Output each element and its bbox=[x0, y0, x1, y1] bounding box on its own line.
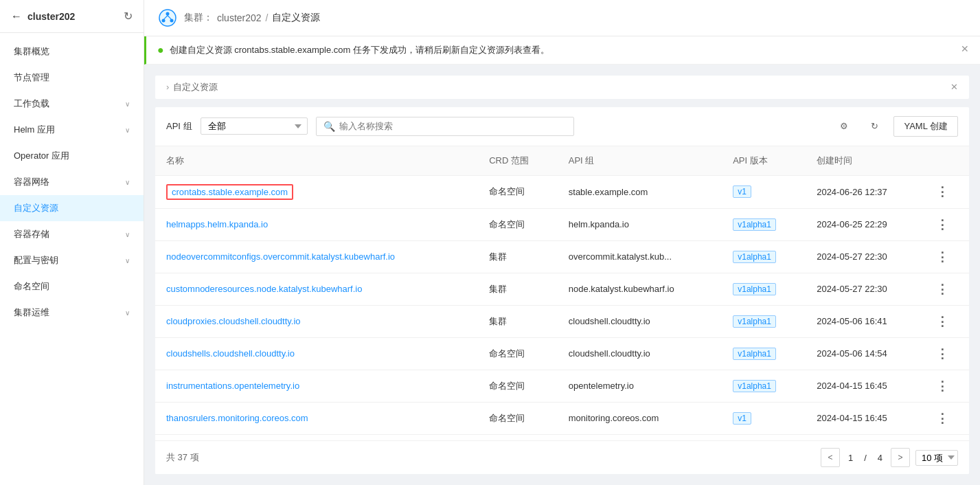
row-actions: ⋮ bbox=[925, 434, 969, 440]
row-api-version: v1alpha1 bbox=[722, 337, 806, 370]
resource-name-link[interactable]: instrumentations.opentelemetry.io bbox=[166, 381, 299, 391]
row-name-cell: customnoderesources.node.katalyst.kubewh… bbox=[155, 273, 478, 305]
close-breadcrumb-icon[interactable]: ✕ bbox=[950, 82, 958, 92]
table-row: thanosrulers.monitoring.coreos.com命名空间mo… bbox=[155, 402, 969, 434]
resource-name-link[interactable]: customnoderesources.node.katalyst.kubewh… bbox=[166, 284, 362, 294]
row-api-version: v1alpha1 bbox=[722, 240, 806, 273]
chevron-down-icon: ∨ bbox=[125, 179, 130, 186]
settings-icon-button[interactable]: ⚙ bbox=[833, 115, 855, 137]
breadcrumb-page-title: 自定义资源 bbox=[272, 12, 320, 24]
api-version-badge: v1 bbox=[733, 412, 751, 425]
page-separator: / bbox=[861, 453, 869, 463]
search-input[interactable] bbox=[339, 121, 567, 131]
row-crd-scope: 命名空间 bbox=[478, 402, 558, 434]
resource-name-link[interactable]: helmapps.helm.kpanda.io bbox=[166, 219, 268, 229]
row-crd-scope: 命名空间 bbox=[478, 434, 558, 440]
back-icon[interactable]: ← bbox=[11, 10, 22, 23]
sidebar-item-label: 集群运维 bbox=[14, 306, 49, 319]
api-group-label: API 组 bbox=[166, 120, 192, 133]
table-row: customnoderesources.node.katalyst.kubewh… bbox=[155, 273, 969, 305]
table-row: nodeovercommitconfigs.overcommit.katalys… bbox=[155, 240, 969, 273]
row-actions: ⋮ bbox=[925, 240, 969, 273]
row-created-at: 2024-04-15 16:45 bbox=[806, 434, 924, 440]
table-row: cloudproxies.cloudshell.cloudtty.io集群clo… bbox=[155, 305, 969, 337]
sidebar-item-label: 集群概览 bbox=[14, 45, 49, 58]
row-api-version: v1alpha1 bbox=[722, 273, 806, 305]
next-icon: > bbox=[898, 453, 902, 462]
sidebar-item-helm-app[interactable]: Helm 应用 ∨ bbox=[0, 117, 144, 143]
refresh-icon: ↻ bbox=[871, 121, 878, 131]
table-card: API 组 全部 stable.example.com helm.kpanda.… bbox=[155, 107, 969, 475]
api-group-select[interactable]: 全部 stable.example.com helm.kpanda.io bbox=[201, 117, 308, 135]
row-api-group: stable.example.com bbox=[558, 175, 722, 208]
row-more-button[interactable]: ⋮ bbox=[936, 250, 948, 264]
api-version-badge: v1alpha1 bbox=[733, 218, 776, 231]
row-more-button[interactable]: ⋮ bbox=[936, 379, 948, 393]
sidebar-refresh-icon[interactable]: ↻ bbox=[124, 10, 133, 23]
sidebar-item-label: Operator 应用 bbox=[14, 150, 69, 162]
chevron-down-icon: ∨ bbox=[125, 231, 130, 238]
table-container: 名称 CRD 范围 API 组 API 版本 创建时间 crontabs.sta… bbox=[155, 146, 969, 441]
sidebar-item-container-storage[interactable]: 容器存储 ∨ bbox=[0, 221, 144, 247]
row-name-cell: helmapps.helm.kpanda.io bbox=[155, 208, 478, 240]
highlighted-name[interactable]: crontabs.stable.example.com bbox=[166, 184, 293, 200]
breadcrumb-bar-label: 自定义资源 bbox=[173, 81, 218, 93]
row-actions: ⋮ bbox=[925, 305, 969, 337]
sidebar-item-label: Helm 应用 bbox=[14, 124, 55, 136]
sidebar-item-operator-app[interactable]: Operator 应用 bbox=[0, 143, 144, 169]
content-area: › 自定义资源 ✕ API 组 全部 stable.example.com he… bbox=[144, 65, 980, 486]
row-more-button[interactable]: ⋮ bbox=[936, 282, 948, 296]
yaml-create-button[interactable]: YAML 创建 bbox=[893, 116, 958, 137]
col-created-at: 创建时间 bbox=[806, 146, 924, 176]
page-size-select[interactable]: 10 项 20 项 50 项 bbox=[915, 450, 958, 466]
sidebar: ← cluster202 ↻ 集群概览 节点管理 工作负载 ∨ Helm 应用 … bbox=[0, 0, 144, 485]
notification-bar: ● 创建自定义资源 crontabs.stable.example.com 任务… bbox=[144, 36, 980, 65]
svg-point-1 bbox=[166, 12, 170, 16]
row-api-version: v1alpha1 bbox=[722, 434, 806, 440]
sidebar-item-cluster-ops[interactable]: 集群运维 ∨ bbox=[0, 300, 144, 326]
row-actions: ⋮ bbox=[925, 370, 969, 402]
breadcrumb-cluster-label: 集群： bbox=[184, 12, 213, 24]
row-created-at: 2024-06-25 22:29 bbox=[806, 208, 924, 240]
row-api-version: v1 bbox=[722, 175, 806, 208]
resource-name-link[interactable]: cloudproxies.cloudshell.cloudtty.io bbox=[166, 316, 301, 326]
sidebar-item-label: 节点管理 bbox=[14, 71, 49, 84]
breadcrumb-cluster-name: cluster202 bbox=[217, 12, 262, 23]
breadcrumb-separator: / bbox=[266, 12, 269, 23]
prev-page-button[interactable]: < bbox=[821, 448, 840, 467]
resource-name-link[interactable]: thanosrulers.monitoring.coreos.com bbox=[166, 413, 308, 423]
notification-close-icon[interactable]: ✕ bbox=[961, 43, 969, 54]
row-more-button[interactable]: ⋮ bbox=[936, 218, 948, 232]
sidebar-header: ← cluster202 ↻ bbox=[0, 0, 144, 33]
row-actions: ⋮ bbox=[925, 337, 969, 370]
sidebar-item-workload[interactable]: 工作负载 ∨ bbox=[0, 91, 144, 117]
svg-point-3 bbox=[170, 19, 174, 23]
api-version-badge: v1alpha1 bbox=[733, 315, 776, 328]
api-version-badge: v1 bbox=[733, 185, 751, 198]
table-row: opentelemetrycollectors.opentelemetry.io… bbox=[155, 434, 969, 440]
row-more-button[interactable]: ⋮ bbox=[936, 315, 948, 328]
sidebar-item-label: 命名空间 bbox=[14, 280, 49, 293]
row-more-button[interactable]: ⋮ bbox=[936, 347, 948, 361]
row-more-button[interactable]: ⋮ bbox=[936, 185, 948, 199]
next-page-button[interactable]: > bbox=[891, 448, 910, 467]
cluster-icon bbox=[158, 8, 177, 27]
row-name-cell: cloudproxies.cloudshell.cloudtty.io bbox=[155, 305, 478, 337]
svg-point-2 bbox=[162, 19, 166, 23]
refresh-icon-button[interactable]: ↻ bbox=[863, 115, 885, 137]
sidebar-item-namespace[interactable]: 命名空间 bbox=[0, 273, 144, 300]
col-actions bbox=[925, 146, 969, 176]
breadcrumb: 集群： cluster202 / 自定义资源 bbox=[184, 12, 320, 24]
row-api-version: v1alpha1 bbox=[722, 305, 806, 337]
sidebar-item-container-network[interactable]: 容器网络 ∨ bbox=[0, 169, 144, 195]
api-version-badge: v1alpha1 bbox=[733, 380, 776, 392]
api-version-badge: v1alpha1 bbox=[733, 251, 776, 263]
sidebar-item-config-secret[interactable]: 配置与密钥 ∨ bbox=[0, 247, 144, 273]
sidebar-item-custom-resource[interactable]: 自定义资源 bbox=[0, 195, 144, 221]
sidebar-item-node-management[interactable]: 节点管理 bbox=[0, 65, 144, 91]
resource-name-link[interactable]: cloudshells.cloudshell.cloudtty.io bbox=[166, 348, 295, 359]
resource-name-link[interactable]: nodeovercommitconfigs.overcommit.katalys… bbox=[166, 251, 395, 262]
row-more-button[interactable]: ⋮ bbox=[936, 411, 948, 425]
sidebar-item-cluster-overview[interactable]: 集群概览 bbox=[0, 38, 144, 65]
search-icon: 🔍 bbox=[323, 121, 335, 132]
